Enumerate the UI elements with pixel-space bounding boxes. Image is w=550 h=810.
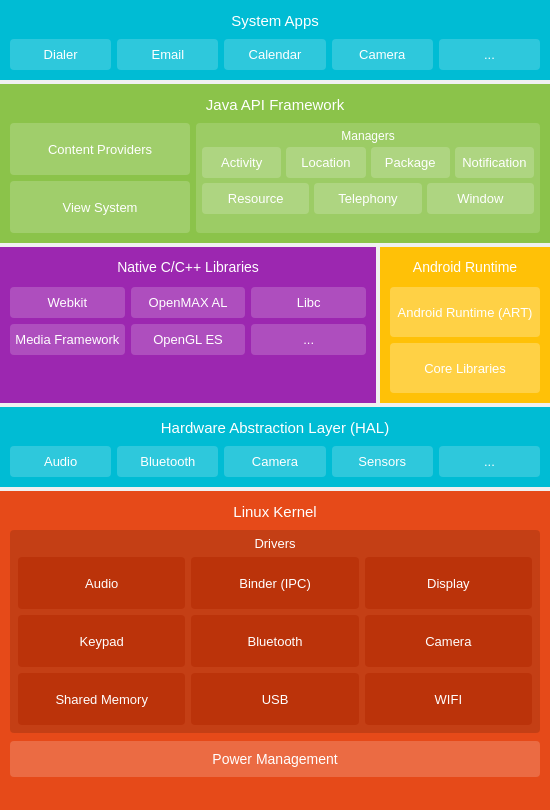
hal-label: Hardware Abstraction Layer (HAL) bbox=[10, 413, 540, 442]
system-apps-section: System Apps Dialer Email Calendar Camera… bbox=[0, 0, 550, 80]
java-api-label: Java API Framework bbox=[10, 90, 540, 119]
lib-libc: Libc bbox=[251, 287, 366, 318]
view-system: View System bbox=[10, 181, 190, 233]
managers-row2: Resource Telephony Window bbox=[202, 183, 534, 214]
hal-section: Hardware Abstraction Layer (HAL) Audio B… bbox=[0, 407, 550, 487]
drivers-grid: Audio Binder (IPC) Display Keypad Blueto… bbox=[18, 557, 532, 725]
manager-notification: Notification bbox=[455, 147, 534, 178]
hal-row: Audio Bluetooth Camera Sensors ... bbox=[10, 446, 540, 477]
drivers-label: Drivers bbox=[18, 536, 532, 551]
managers-box: Managers Activity Location Package Notif… bbox=[196, 123, 540, 233]
native-label: Native C/C++ Libraries bbox=[10, 253, 366, 281]
driver-keypad: Keypad bbox=[18, 615, 185, 667]
power-management: Power Management bbox=[10, 741, 540, 777]
lib-more: ... bbox=[251, 324, 366, 355]
content-providers: Content Providers bbox=[10, 123, 190, 175]
driver-audio: Audio bbox=[18, 557, 185, 609]
hal-sensors: Sensors bbox=[332, 446, 433, 477]
drivers-box: Drivers Audio Binder (IPC) Display Keypa… bbox=[10, 530, 540, 733]
runtime-grid: Android Runtime (ART) Core Libraries bbox=[390, 287, 540, 393]
hal-bluetooth: Bluetooth bbox=[117, 446, 218, 477]
driver-usb: USB bbox=[191, 673, 358, 725]
app-email: Email bbox=[117, 39, 218, 70]
java-left: Content Providers View System bbox=[10, 123, 190, 233]
manager-telephony: Telephony bbox=[314, 183, 421, 214]
java-api-section: Java API Framework Content Providers Vie… bbox=[0, 84, 550, 243]
managers-label: Managers bbox=[202, 129, 534, 143]
manager-location: Location bbox=[286, 147, 365, 178]
native-runtime-row: Native C/C++ Libraries Webkit OpenMAX AL… bbox=[0, 247, 550, 403]
system-apps-row: Dialer Email Calendar Camera ... bbox=[10, 39, 540, 70]
driver-display: Display bbox=[365, 557, 532, 609]
lib-openmax: OpenMAX AL bbox=[131, 287, 246, 318]
manager-resource: Resource bbox=[202, 183, 309, 214]
hal-more: ... bbox=[439, 446, 540, 477]
app-camera: Camera bbox=[332, 39, 433, 70]
hal-audio: Audio bbox=[10, 446, 111, 477]
native-grid: Webkit OpenMAX AL Libc Media Framework O… bbox=[10, 287, 366, 355]
app-dialer: Dialer bbox=[10, 39, 111, 70]
driver-wifi: WIFI bbox=[365, 673, 532, 725]
runtime-label: Android Runtime bbox=[390, 253, 540, 281]
lib-media: Media Framework bbox=[10, 324, 125, 355]
driver-shared-memory: Shared Memory bbox=[18, 673, 185, 725]
system-apps-label: System Apps bbox=[10, 6, 540, 35]
hal-camera: Camera bbox=[224, 446, 325, 477]
app-more: ... bbox=[439, 39, 540, 70]
runtime-art: Android Runtime (ART) bbox=[390, 287, 540, 337]
manager-window: Window bbox=[427, 183, 534, 214]
linux-section: Linux Kernel Drivers Audio Binder (IPC) … bbox=[0, 491, 550, 810]
linux-label: Linux Kernel bbox=[10, 497, 540, 526]
driver-camera: Camera bbox=[365, 615, 532, 667]
java-api-inner: Content Providers View System Managers A… bbox=[10, 123, 540, 233]
runtime-core-libs: Core Libraries bbox=[390, 343, 540, 393]
driver-binder: Binder (IPC) bbox=[191, 557, 358, 609]
managers-row1: Activity Location Package Notification bbox=[202, 147, 534, 178]
manager-activity: Activity bbox=[202, 147, 281, 178]
runtime-section: Android Runtime Android Runtime (ART) Co… bbox=[380, 247, 550, 403]
manager-package: Package bbox=[371, 147, 450, 178]
app-calendar: Calendar bbox=[224, 39, 325, 70]
lib-webkit: Webkit bbox=[10, 287, 125, 318]
lib-opengl: OpenGL ES bbox=[131, 324, 246, 355]
native-section: Native C/C++ Libraries Webkit OpenMAX AL… bbox=[0, 247, 376, 403]
driver-bluetooth: Bluetooth bbox=[191, 615, 358, 667]
